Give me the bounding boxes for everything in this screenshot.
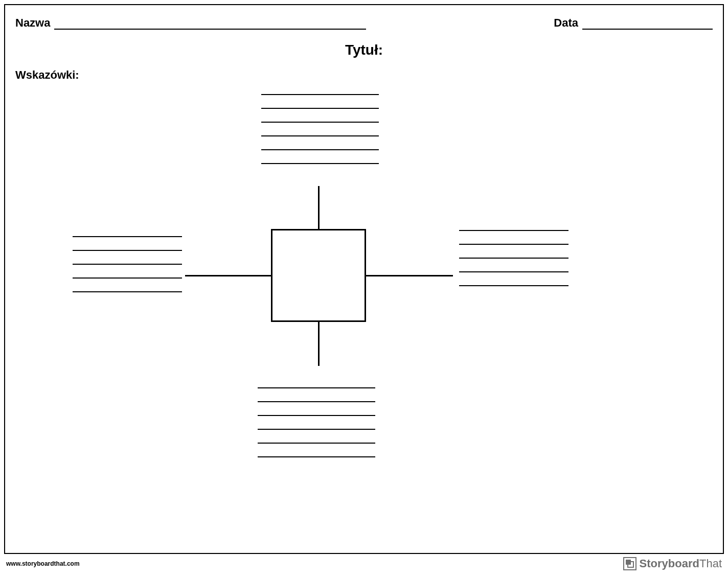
footer-brand: StoryboardThat <box>623 557 722 570</box>
footer: www.storyboardthat.com StoryboardThat <box>6 557 722 570</box>
brand-bold: Storyboard <box>640 557 699 570</box>
write-line[interactable] <box>258 429 375 430</box>
write-line[interactable] <box>459 271 568 272</box>
write-line[interactable] <box>73 291 182 292</box>
write-line[interactable] <box>459 258 568 259</box>
line-group-right <box>459 230 568 286</box>
title-label: Tytuł: <box>0 42 728 58</box>
brand-light: That <box>699 557 722 570</box>
write-line[interactable] <box>258 415 375 416</box>
write-line[interactable] <box>459 285 568 286</box>
write-line[interactable] <box>73 250 182 251</box>
write-line[interactable] <box>73 264 182 265</box>
write-line[interactable] <box>258 456 375 457</box>
write-line[interactable] <box>261 94 379 95</box>
write-line[interactable] <box>261 149 379 150</box>
storyboard-icon <box>623 557 636 570</box>
connector-top <box>318 186 320 230</box>
header-row: Nazwa Data <box>15 16 713 30</box>
date-label: Data <box>554 16 578 30</box>
date-input-line[interactable] <box>582 18 713 30</box>
write-line[interactable] <box>261 163 379 164</box>
write-line[interactable] <box>261 122 379 123</box>
connector-left <box>185 275 272 276</box>
line-group-bottom <box>258 387 375 457</box>
date-field: Data <box>554 16 713 30</box>
write-line[interactable] <box>459 230 568 231</box>
spider-map-diagram <box>0 87 728 547</box>
name-input-line[interactable] <box>54 18 366 30</box>
hints-label: Wskazówki: <box>15 68 79 82</box>
connector-right <box>366 275 453 276</box>
write-line[interactable] <box>258 387 375 388</box>
write-line[interactable] <box>261 135 379 136</box>
line-group-left <box>73 236 182 292</box>
name-label: Nazwa <box>15 16 50 30</box>
write-line[interactable] <box>73 278 182 279</box>
write-line[interactable] <box>261 108 379 109</box>
name-field: Nazwa <box>15 16 366 30</box>
write-line[interactable] <box>459 244 568 245</box>
connector-bottom <box>318 322 320 366</box>
write-line[interactable] <box>73 236 182 237</box>
center-box[interactable] <box>271 229 366 322</box>
footer-url: www.storyboardthat.com <box>6 560 80 567</box>
write-line[interactable] <box>258 443 375 444</box>
line-group-top <box>261 94 379 164</box>
write-line[interactable] <box>258 401 375 402</box>
brand-text: StoryboardThat <box>640 557 722 570</box>
